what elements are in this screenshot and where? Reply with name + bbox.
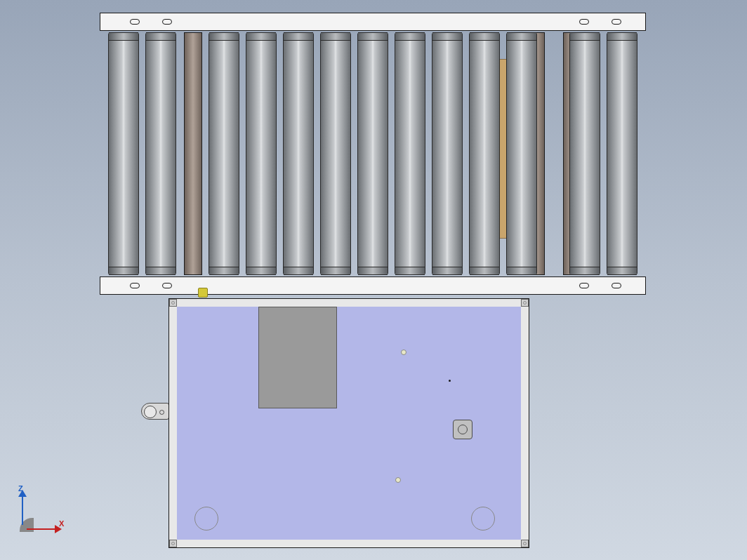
mounting-hole [395, 477, 401, 483]
support-bar [184, 32, 202, 275]
x-axis-icon [27, 528, 58, 530]
frame-corner [521, 299, 529, 307]
z-axis-label: Z [18, 484, 23, 493]
conveyor-roller [506, 32, 537, 275]
rail-mount-hole [162, 19, 172, 25]
side-bracket [141, 403, 169, 420]
frame-corner [169, 540, 177, 547]
motor-icon [453, 420, 472, 439]
rail-mount-hole [162, 283, 172, 288]
rail-mount-hole [130, 283, 140, 288]
mounting-hole [401, 349, 406, 355]
rail-mount-hole [612, 283, 621, 288]
conveyor-roller [432, 32, 463, 275]
frame-corner [169, 299, 177, 307]
conveyor-bottom-rail [100, 276, 646, 295]
rail-mount-hole [130, 19, 140, 25]
coordinate-triad[interactable]: X Z [20, 490, 62, 532]
conveyor-roller [209, 32, 239, 275]
rail-mount-hole [579, 19, 589, 25]
conveyor-roller [357, 32, 388, 275]
frame-corner [521, 540, 529, 547]
connector-nub [198, 288, 208, 298]
rail-mount-hole [579, 283, 589, 288]
conveyor-roller [607, 32, 637, 275]
tiny-mark [449, 380, 451, 382]
z-axis-icon [22, 494, 23, 525]
conveyor-roller [283, 32, 314, 275]
conveyor-roller [108, 32, 139, 275]
conveyor-assembly[interactable] [100, 13, 646, 295]
x-axis-label: X [59, 519, 64, 528]
conveyor-roller [246, 32, 277, 275]
mounting-plate [258, 307, 337, 408]
conveyor-roller [569, 32, 600, 275]
conveyor-roller [320, 32, 351, 275]
conveyor-roller [395, 32, 425, 275]
leveling-foot [194, 507, 218, 531]
table-assembly[interactable] [169, 299, 529, 547]
rail-mount-hole [612, 19, 621, 25]
conveyor-roller [469, 32, 500, 275]
leveling-foot [471, 507, 495, 531]
conveyor-roller [145, 32, 176, 275]
conveyor-top-rail [100, 13, 646, 31]
